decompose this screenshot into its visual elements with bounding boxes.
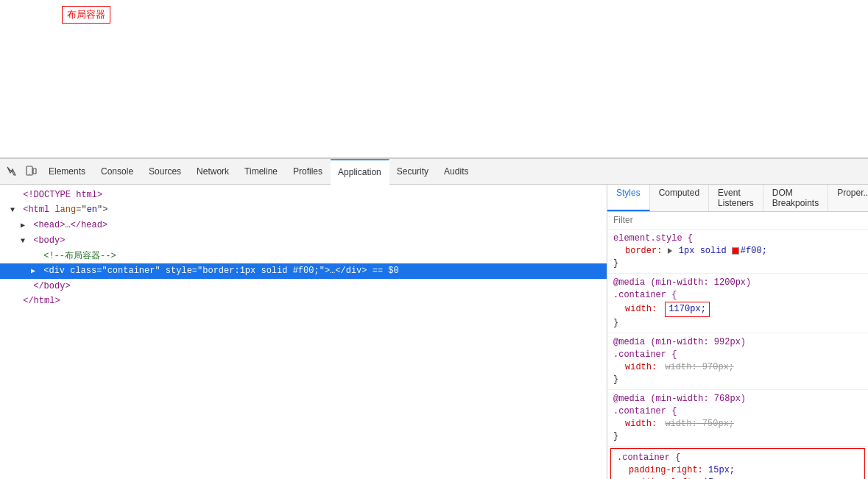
tab-audits[interactable]: Audits [437,159,476,185]
styles-tabs: Styles Computed Event Listeners DOM Brea… [607,185,868,212]
dom-line: <head>…</head> [0,218,607,233]
style-tab-event-listeners[interactable]: Event Listeners [709,185,763,211]
tab-profiles[interactable]: Profiles [286,159,331,185]
dom-line: <body> [0,233,607,249]
styles-panel: Styles Computed Event Listeners DOM Brea… [607,185,868,479]
css-close-brace: } [613,258,862,270]
css-property-border: border: 1px solid #f00; [613,245,862,258]
triangle-icon[interactable] [21,235,28,248]
css-rule-media-992: @media (min-width: 992px) .container { w… [607,333,868,390]
main-panel: <!DOCTYPE html> <html lang="en"> <head>…… [0,185,868,479]
filter-bar [607,212,868,230]
dom-line: <!DOCTYPE html> [0,188,607,202]
style-tab-computed[interactable]: Computed [650,185,709,211]
css-close-brace: } [613,430,862,443]
style-tab-properties[interactable]: Proper... [828,185,868,211]
css-at-rule: @media (min-width: 768px) [613,393,862,405]
layout-label: 布局容器 [62,6,110,24]
css-rule-element-style: element.style { border: 1px solid #f00; … [607,230,868,274]
device-icon[interactable] [22,163,40,180]
filter-input[interactable] [613,215,862,225]
style-tab-styles[interactable]: Styles [607,185,650,211]
triangle-icon[interactable]: ▶ [31,265,38,278]
svg-point-2 [29,174,30,175]
css-rule-media-768: @media (min-width: 768px) .container { w… [607,390,868,447]
dom-line: <html lang="en"> [0,202,607,218]
tab-security[interactable]: Security [389,159,437,185]
tab-elements[interactable]: Elements [41,159,93,185]
css-rule-media-1200: @media (min-width: 1200px) .container { … [607,274,868,333]
dom-line: <!--布局容器--> [0,249,607,263]
svg-rect-1 [33,168,36,174]
css-at-rule: @media (min-width: 1200px) [613,277,862,289]
tab-console[interactable]: Console [93,159,141,185]
css-property-padding-right: padding-right: 15px; [617,464,858,477]
css-selector: .container { [613,289,862,302]
css-selector: element.style { [613,233,862,245]
devtools-panel: Elements Console Sources Network Timelin… [0,158,868,479]
css-selector: .container { [613,349,862,361]
dom-line-selected[interactable]: ▶ <div class="container" style="border:1… [0,263,607,279]
dom-panel[interactable]: <!DOCTYPE html> <html lang="en"> <head>…… [0,185,607,479]
devtools-tab-bar: Elements Console Sources Network Timelin… [0,159,868,185]
css-selector: .container { [613,405,862,418]
dom-line: </html> [0,294,607,308]
css-at-rule: @media (min-width: 992px) [613,336,862,349]
css-close-brace: } [613,374,862,386]
css-close-brace: } [613,317,862,330]
css-property-width-1170: width: 1170px; [613,302,862,317]
svg-rect-0 [27,166,32,175]
tab-sources[interactable]: Sources [141,159,189,185]
dom-line: </body> [0,279,607,294]
css-property-width-750: width: width: 750px; [613,418,862,430]
css-property-width-970: width: width: 970px; [613,361,862,374]
tab-timeline[interactable]: Timeline [237,159,286,185]
css-selector: .container { [617,452,858,464]
style-tab-dom-breakpoints[interactable]: DOM Breakpoints [763,185,828,211]
triangle-icon[interactable] [10,204,18,217]
preview-area: 布局容器 [0,0,868,158]
tab-network[interactable]: Network [189,159,237,185]
tab-application[interactable]: Application [331,159,389,185]
triangle-icon[interactable] [21,219,28,233]
css-rule-container: .container { padding-right: 15px; paddin… [610,448,865,479]
inspect-icon[interactable] [3,163,21,180]
